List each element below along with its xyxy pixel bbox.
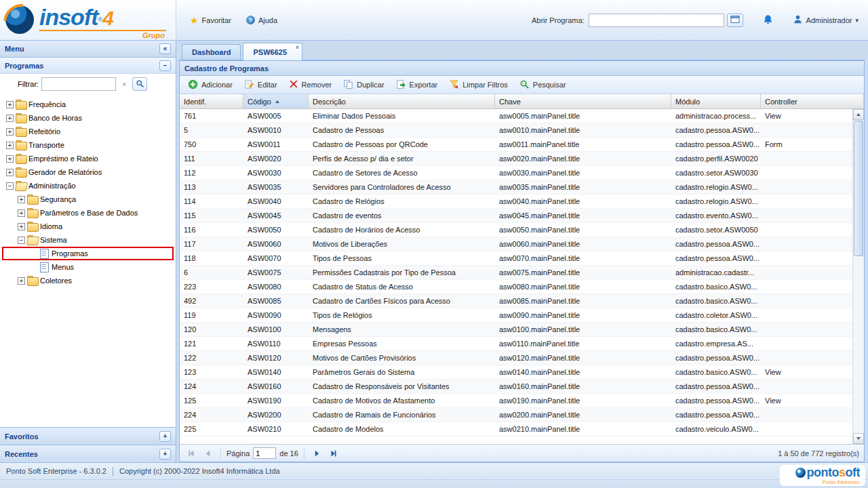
duplicate-button[interactable]: Duplicar — [338, 78, 389, 92]
tree-expander-icon[interactable] — [6, 169, 14, 176]
user-menu-button[interactable]: Administrador ▾ — [793, 14, 859, 26]
table-row[interactable]: 223 ASW0080 Cadastro de Status de Acesso… — [180, 280, 852, 294]
table-row[interactable]: 761 ASW0005 Eliminar Dados Pessoais asw0… — [180, 109, 852, 123]
tree-expander-icon[interactable] — [18, 209, 25, 217]
column-header-controller[interactable]: Controller — [761, 94, 864, 108]
table-row[interactable]: 5 ASW0010 Cadastro de Pessoas asw0010.ma… — [180, 123, 852, 138]
filter-input[interactable] — [41, 77, 116, 91]
vertical-scrollbar[interactable] — [852, 109, 864, 444]
table-row[interactable]: 492 ASW0085 Cadastro de Cartões Físicos … — [180, 294, 852, 308]
export-button[interactable]: Exportar — [391, 78, 443, 92]
tree-expander-icon[interactable] — [18, 196, 25, 203]
tree-item[interactable]: Transporte — [0, 138, 176, 152]
next-page-button[interactable] — [310, 447, 323, 460]
table-row[interactable]: 750 ASW0011 Cadastro de Pessoas por QRCo… — [180, 138, 852, 152]
tree-item[interactable]: Parâmetros e Base de Dados — [0, 206, 176, 220]
tree-expander-icon[interactable] — [6, 115, 14, 122]
open-program-input[interactable] — [589, 14, 724, 27]
tree-item[interactable]: Refeitório — [0, 125, 176, 138]
collapse-sidebar-button[interactable]: « — [159, 43, 171, 54]
tree-expander-icon[interactable] — [18, 223, 25, 230]
expand-favorites-button[interactable]: + — [159, 431, 171, 442]
programs-panel-header[interactable]: Programas − — [0, 58, 176, 74]
collapse-programs-button[interactable]: − — [159, 60, 171, 71]
tree-item[interactable]: Idioma — [0, 220, 176, 233]
recents-panel-header[interactable]: Recentes + — [0, 445, 176, 462]
prev-page-button[interactable] — [201, 447, 215, 460]
clear-filters-button[interactable]: Limpar Filtros — [444, 78, 513, 92]
table-row[interactable]: 111 ASW0020 Perfis de Acesso p/ dia e se… — [180, 152, 852, 166]
panel-title: Cadastro de Programas — [184, 64, 269, 73]
filter-search-button[interactable] — [132, 77, 147, 91]
tree-item[interactable]: Gerador de Relatórios — [0, 165, 176, 179]
tree-item[interactable]: Programas — [2, 247, 174, 260]
grid: 761 ASW0005 Eliminar Dados Pessoais asw0… — [180, 109, 852, 444]
tree-expander-icon[interactable] — [18, 237, 25, 244]
table-row[interactable]: 115 ASW0045 Cadastro de eventos asw0045.… — [180, 209, 852, 223]
table-row[interactable]: 125 ASW0190 Cadastro de Motivos de Afast… — [180, 394, 852, 408]
tree-expander-icon[interactable] — [6, 128, 14, 136]
close-tab-icon[interactable]: × — [296, 45, 299, 51]
column-header-codigo[interactable]: Código — [243, 94, 309, 108]
last-page-button[interactable] — [327, 447, 340, 460]
tree-item[interactable]: Frequência — [0, 98, 176, 111]
page-number-input[interactable] — [253, 447, 276, 459]
cell-chave: asw0020.mainPanel.title — [495, 152, 671, 165]
first-page-button[interactable] — [184, 447, 198, 460]
tree-item[interactable]: Banco de Horas — [0, 111, 176, 125]
column-header-descricao[interactable]: Descrição — [309, 94, 495, 108]
table-row[interactable]: 124 ASW0160 Cadastro de Responsáveis por… — [180, 380, 852, 394]
cell-modulo: cadastro.basico.ASW0... — [671, 365, 761, 379]
favorites-panel-header[interactable]: Favoritos + — [0, 427, 176, 445]
remove-button[interactable]: Remover — [284, 78, 337, 92]
column-header-chave[interactable]: Chave — [495, 94, 671, 108]
tree-item[interactable]: Menus — [0, 260, 176, 274]
program-lookup-button[interactable] — [727, 14, 743, 27]
table-row[interactable]: 6 ASW0075 Permissões Cadastrais por Tipo… — [180, 266, 852, 280]
tree-item[interactable]: Coletores — [0, 274, 176, 287]
expand-recents-button[interactable]: + — [159, 449, 171, 460]
table-row[interactable]: 225 ASW0210 Cadastro de Modelos asw0210.… — [180, 422, 852, 436]
table-row[interactable]: 116 ASW0050 Cadastro de Horários de Aces… — [180, 223, 852, 237]
tree-item-label: Transporte — [28, 141, 64, 149]
table-row[interactable]: 120 ASW0100 Mensagens asw0100.mainPanel.… — [180, 323, 852, 337]
table-row[interactable]: 114 ASW0040 Cadastro de Relógios asw0040… — [180, 195, 852, 209]
tab-psw6625[interactable]: PSW6625 × — [243, 43, 302, 60]
table-row[interactable]: 123 ASW0140 Parâmetros Gerais do Sistema… — [180, 365, 852, 380]
edit-button[interactable]: Editar — [239, 78, 282, 92]
table-row[interactable]: 224 ASW0200 Cadastro de Ramais de Funcio… — [180, 408, 852, 422]
tab-dashboard[interactable]: Dashboard — [182, 44, 241, 60]
tree-item[interactable]: Empréstimo e Rateio — [0, 152, 176, 165]
scrollbar-thumb[interactable] — [854, 121, 863, 256]
notifications-bell-icon[interactable] — [762, 14, 774, 26]
table-row[interactable]: 117 ASW0060 Motivos de Liberações asw006… — [180, 237, 852, 251]
scroll-up-icon[interactable] — [853, 109, 864, 120]
tree-item[interactable]: Administração — [0, 179, 176, 192]
table-row[interactable]: 121 ASW0110 Empresas Pessoas asw0110.mai… — [180, 337, 852, 351]
tree-expander-icon[interactable] — [6, 142, 14, 149]
tree-item[interactable]: Segurança — [0, 192, 176, 206]
tree-expander-icon[interactable] — [6, 155, 14, 163]
add-button[interactable]: Adicionar — [183, 78, 237, 92]
tree-node-icon — [27, 195, 38, 204]
tree-expander-icon[interactable] — [18, 277, 25, 285]
scroll-down-icon[interactable] — [853, 433, 864, 444]
column-header-identif[interactable]: Identif. — [180, 94, 243, 108]
column-header-modulo[interactable]: Módulo — [671, 94, 761, 108]
table-row[interactable]: 118 ASW0070 Tipos de Pessoas asw0070.mai… — [180, 251, 852, 266]
tree-expander-icon[interactable] — [6, 182, 14, 190]
table-row[interactable]: 122 ASW0120 Motivos de Cartões Provisóri… — [180, 351, 852, 365]
clear-filter-icon[interactable]: × — [119, 79, 130, 89]
help-button[interactable]: ? Ajuda — [242, 14, 281, 26]
cell-identif: 117 — [180, 237, 243, 251]
table-row[interactable]: 112 ASW0030 Cadastro de Setores de Acess… — [180, 166, 852, 180]
cell-codigo: ASW0005 — [243, 109, 309, 123]
tree-expander-icon[interactable] — [6, 101, 14, 108]
tree-item-label: Idioma — [40, 222, 62, 230]
tree-item[interactable]: Sistema — [0, 233, 176, 247]
favorite-button[interactable]: ★ Favoritar — [186, 14, 235, 27]
table-row[interactable]: 113 ASW0035 Servidores para Controladore… — [180, 180, 852, 195]
table-row[interactable]: 119 ASW0090 Tipos de Relógios asw0090.ma… — [180, 308, 852, 323]
filter-label: Filtrar: — [18, 80, 39, 88]
search-button[interactable]: Pesquisar — [515, 78, 571, 92]
